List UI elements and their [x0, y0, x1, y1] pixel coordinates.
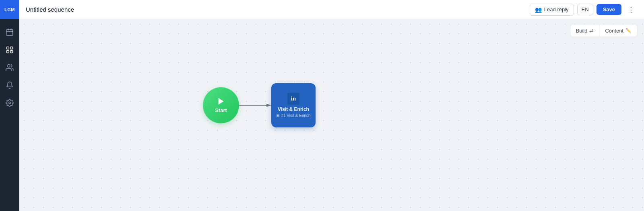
- page-title: Untitled sequence: [26, 6, 525, 13]
- svg-rect-4: [7, 47, 9, 49]
- linkedin-node[interactable]: in Visit & Enrich ▣ #1 Visit & Enrich: [271, 83, 316, 127]
- svg-marker-12: [266, 104, 271, 107]
- sidebar-item-notifications[interactable]: [2, 77, 18, 93]
- sidebar-item-calendar[interactable]: [2, 24, 18, 40]
- play-icon: [217, 97, 225, 106]
- lead-reply-label: Lead reply: [544, 6, 569, 12]
- header: Untitled sequence 👥 Lead reply EN Save ⋮: [19, 0, 644, 19]
- canvas[interactable]: Start in Visit & Enrich ▣: [19, 19, 644, 211]
- build-tab[interactable]: Build ⇄: [570, 25, 599, 37]
- content-tab[interactable]: Content ✏️: [599, 25, 637, 37]
- main-area: Untitled sequence 👥 Lead reply EN Save ⋮…: [19, 0, 644, 211]
- language-button[interactable]: EN: [577, 4, 593, 15]
- arrow-connector: [239, 101, 271, 109]
- more-options-button[interactable]: ⋮: [625, 3, 638, 16]
- edit-icon: ✏️: [625, 28, 632, 33]
- start-node[interactable]: Start: [203, 87, 239, 123]
- sidebar-nav: [2, 19, 18, 211]
- linkedin-icon: in: [287, 93, 299, 105]
- svg-rect-6: [7, 51, 9, 53]
- sidebar-item-leads[interactable]: [2, 59, 18, 76]
- lead-reply-icon: 👥: [535, 6, 542, 13]
- svg-point-8: [7, 65, 10, 68]
- linkedin-node-title: Visit & Enrich: [278, 107, 309, 112]
- canvas-wrapper: Build ⇄ Content ✏️ Start: [19, 19, 644, 211]
- svg-rect-0: [7, 29, 13, 35]
- sidebar: LGM: [0, 0, 19, 211]
- svg-rect-5: [10, 47, 13, 49]
- start-node-label: Start: [215, 107, 227, 113]
- save-button[interactable]: Save: [597, 4, 621, 15]
- sidebar-item-sequences[interactable]: [2, 42, 18, 58]
- svg-rect-7: [10, 51, 13, 53]
- sidebar-item-settings[interactable]: [2, 95, 18, 111]
- sidebar-logo[interactable]: LGM: [0, 0, 19, 19]
- build-icon: ⇄: [589, 28, 593, 33]
- header-actions: 👥 Lead reply EN Save ⋮: [530, 3, 638, 16]
- flow-container: Start in Visit & Enrich ▣: [203, 83, 316, 127]
- lead-reply-button[interactable]: 👥 Lead reply: [530, 4, 574, 16]
- content-label: Content: [605, 28, 623, 34]
- svg-marker-10: [219, 98, 224, 105]
- build-label: Build: [576, 28, 588, 34]
- linkedin-node-subtitle-text: #1 Visit & Enrich: [281, 113, 310, 118]
- subtitle-icon: ▣: [276, 113, 280, 117]
- canvas-toolbar: Build ⇄ Content ✏️: [570, 24, 638, 37]
- svg-point-9: [9, 102, 11, 104]
- linkedin-node-subtitle: ▣ #1 Visit & Enrich: [276, 113, 310, 118]
